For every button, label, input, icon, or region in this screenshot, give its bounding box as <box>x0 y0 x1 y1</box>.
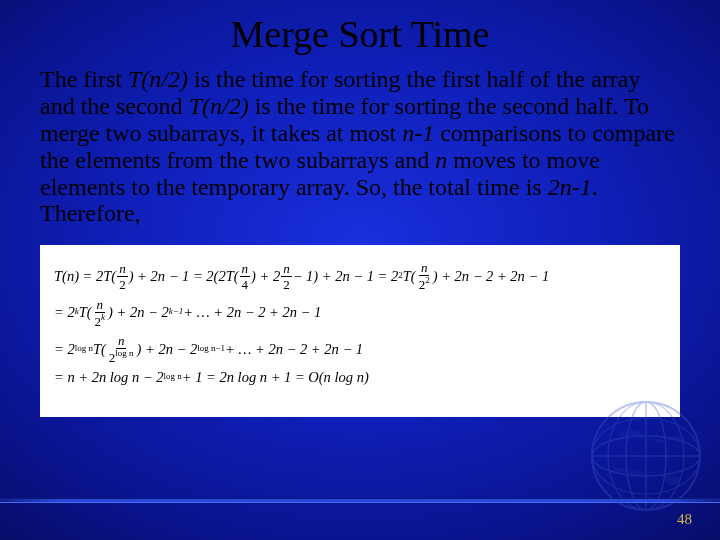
fraction: n2 <box>281 262 292 291</box>
fraction: n4 <box>240 262 251 291</box>
superscript: k−1 <box>169 307 184 316</box>
eq-text: T( <box>79 305 92 320</box>
fraction: n2k <box>93 298 108 328</box>
eq-text: + … + 2n − 2 + 2n − 1 <box>183 305 321 320</box>
slide: Merge Sort Time The first T(n/2) is the … <box>0 0 720 540</box>
page-number: 48 <box>677 511 692 528</box>
eq-text: = 2 <box>54 305 75 320</box>
eq-text: + … + 2n − 2 + 2n − 1 <box>225 342 363 357</box>
eq-text: + 1 = 2n log n + 1 = O(n log n) <box>182 370 369 385</box>
eq-text: = n + 2n log n − 2 <box>54 370 164 385</box>
superscript: k <box>75 307 79 316</box>
eq-text: ) + 2 <box>251 269 280 284</box>
equation-row-2: = 2k T( n2k ) + 2n − 2k−1 + … + 2n − 2 +… <box>54 298 666 328</box>
superscript: log n−1 <box>197 344 225 353</box>
equation-row-3: = 2log n T( n2log n ) + 2n − 2log n−1 + … <box>54 334 666 364</box>
expr-tn2: T(n/2) <box>189 93 249 119</box>
superscript: log n <box>164 372 182 381</box>
globe-icon <box>586 396 706 516</box>
fraction: n22 <box>417 261 432 291</box>
page-title: Merge Sort Time <box>40 12 680 56</box>
superscript: log n <box>75 344 93 353</box>
expr-tn2: T(n/2) <box>128 66 188 92</box>
equation-row-4: = n + 2n log n − 2log n + 1 = 2n log n +… <box>54 370 666 385</box>
eq-text: T( <box>403 269 416 284</box>
equation-row-1: T(n) = 2T( n2 ) + 2n − 1 = 2(2T( n4 ) + … <box>54 261 666 291</box>
expr-n: n <box>435 147 447 173</box>
body-paragraph: The first T(n/2) is the time for sorting… <box>40 66 680 227</box>
expr-2n1: 2n-1 <box>548 174 592 200</box>
expr-nm1: n-1 <box>402 120 434 146</box>
footer-divider <box>0 499 720 502</box>
eq-text: T( <box>93 342 106 357</box>
equation-box: T(n) = 2T( n2 ) + 2n − 1 = 2(2T( n4 ) + … <box>40 245 680 417</box>
eq-text: ) + 2n − 2 <box>108 305 169 320</box>
text: The first <box>40 66 128 92</box>
fraction: n2 <box>117 262 128 291</box>
eq-text: − 1) + 2n − 1 = 2 <box>293 269 399 284</box>
eq-text: ) + 2n − 1 = 2(2T( <box>129 269 239 284</box>
eq-text: T(n) = 2T( <box>54 269 116 284</box>
eq-text: ) + 2n − 2 + 2n − 1 <box>433 269 549 284</box>
eq-text: = 2 <box>54 342 75 357</box>
fraction: n2log n <box>107 334 136 364</box>
eq-text: ) + 2n − 2 <box>137 342 198 357</box>
superscript: 2 <box>398 271 403 280</box>
